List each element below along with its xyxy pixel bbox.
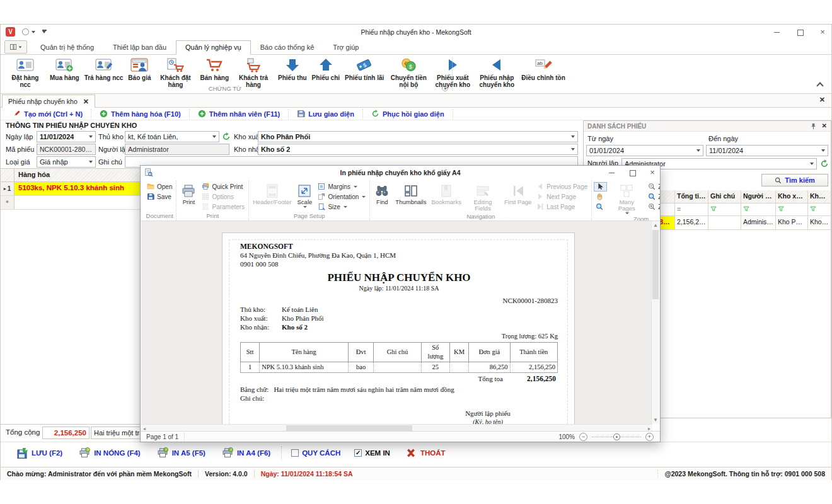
- editing-fields-button[interactable]: Editing Fields: [465, 182, 501, 213]
- ma-phieu-field[interactable]: NCK00001-280823: [37, 144, 96, 155]
- next-page-button[interactable]: Next Page: [534, 192, 589, 202]
- column-header-kho-xuat[interactable]: Kho xuất: [776, 190, 808, 203]
- first-page-button[interactable]: First Page: [502, 182, 533, 207]
- close-button[interactable]: ×: [819, 28, 826, 36]
- column-header-ghi-chu[interactable]: Ghi chú: [708, 190, 741, 203]
- pin-icon[interactable]: [810, 123, 817, 130]
- tab-thiet-lap-ban-dau[interactable]: Thiết lập ban đầu: [103, 40, 176, 55]
- zoom-in-button[interactable]: Zoom In: [646, 202, 660, 212]
- thumbnails-button[interactable]: Thumbnails: [393, 182, 428, 207]
- magnifier-tool-button[interactable]: [594, 202, 607, 212]
- qat-customize-icon[interactable]: [42, 31, 46, 33]
- ribbon-item-ban-hang[interactable]: Bán hàng: [197, 56, 231, 82]
- header-footer-button[interactable]: Header/Footer: [251, 182, 293, 207]
- scale-button[interactable]: Scale: [294, 182, 315, 209]
- tab-tro-giup[interactable]: Trợ giúp: [323, 40, 368, 55]
- cell-kho-nhan[interactable]: Kho số 2: [808, 216, 831, 229]
- pointer-tool-button[interactable]: [594, 182, 607, 192]
- quick-print-button[interactable]: Quick Print: [200, 182, 246, 192]
- ribbon-item-dat-hang-ncc[interactable]: Đặt hàng ncc: [3, 56, 47, 89]
- ribbon-item-tra-hang-ncc[interactable]: Trả hàng ncc: [82, 56, 126, 82]
- kho-nhan-field[interactable]: Kho số 2: [258, 144, 578, 155]
- add-employee-button[interactable]: Thêm nhân viên (F11): [190, 109, 289, 119]
- ribbon-collapse-icon[interactable]: [816, 82, 823, 89]
- size-button[interactable]: Size: [316, 202, 367, 212]
- exit-button[interactable]: THOÁT: [397, 445, 454, 461]
- ribbon-item-bao-gia[interactable]: Báo giá: [125, 56, 153, 82]
- ribbon-item-mua-hang[interactable]: Mua hàng: [47, 56, 82, 82]
- ribbon-item-khach-tra-hang[interactable]: Khách trả hàng: [231, 56, 275, 89]
- ribbon-item-phieu-tinh-lai[interactable]: $Phiếu tính lãi: [342, 56, 386, 82]
- ribbon-item-chuyen-tien-noi-bo[interactable]: €$Chuyển tiền nội bộ: [386, 56, 430, 89]
- filter-icon[interactable]: [810, 206, 816, 212]
- column-header-tong-tien[interactable]: Tổng tiền: [675, 190, 708, 203]
- print-hot-button[interactable]: ?IN NÓNG (F4): [71, 445, 148, 461]
- den-ngay-field[interactable]: 11/01/2024: [706, 145, 828, 156]
- previous-page-button[interactable]: Previous Page: [534, 182, 589, 192]
- app-menu-button[interactable]: [4, 40, 27, 54]
- create-new-button[interactable]: Tạo mới (Ctrl + N): [4, 109, 91, 119]
- kho-xuat-field[interactable]: Kho Phân Phối: [258, 131, 578, 142]
- tu-ngay-field[interactable]: 01/01/2024: [586, 145, 703, 156]
- search-button[interactable]: Tìm kiếm: [761, 174, 828, 186]
- loai-gia-field[interactable]: Giá nhập: [37, 156, 96, 168]
- bookmarks-button[interactable]: Bookmarks: [429, 182, 463, 207]
- cell-ghi-chu[interactable]: [708, 216, 741, 229]
- save-layout-button[interactable]: Lưu giao diện: [289, 109, 363, 119]
- add-goods-button[interactable]: Thêm hàng hóa (F10): [91, 109, 190, 119]
- print-a5-button[interactable]: ?IN A5 (F5): [149, 445, 214, 461]
- orientation-button[interactable]: Orientation: [316, 192, 367, 202]
- refresh-icon[interactable]: [222, 132, 231, 141]
- preview-vertical-scrollbar[interactable]: ▲ ▼: [651, 221, 659, 424]
- tab-quan-tri-he-thong[interactable]: Quản trị hệ thống: [31, 40, 103, 55]
- qat-dropdown-icon[interactable]: [32, 31, 35, 33]
- print-a4-button[interactable]: ?IN A4 (F6): [214, 445, 279, 461]
- quy-cach-checkbox[interactable]: QUY CÁCH: [284, 449, 347, 457]
- preview-surface[interactable]: MEKONGSOFT 64 Nguyễn Đình Chiểu, Phường …: [141, 221, 652, 424]
- find-button[interactable]: Find: [372, 182, 392, 207]
- ngay-lap-field[interactable]: 11/01/2024: [37, 131, 96, 142]
- zoom-out-button[interactable]: −: [579, 433, 587, 441]
- zoom-slider[interactable]: [592, 437, 641, 437]
- refresh-icon[interactable]: [820, 159, 829, 168]
- options-button[interactable]: Options: [200, 192, 246, 202]
- filter-equals[interactable]: =: [675, 203, 708, 215]
- ribbon-item-khach-dat-hang[interactable]: Khách đặt hàng: [153, 56, 197, 89]
- ribbon-item-phieu-xuat-chuyen-kho[interactable]: Phiếu xuất chuyển kho: [430, 56, 475, 89]
- zoom-out-button[interactable]: Zoom Out: [646, 182, 660, 192]
- nguoi-lap-field[interactable]: Administrator: [125, 144, 229, 155]
- tab-bao-cao-thong-ke[interactable]: Báo cáo thống kê: [251, 40, 324, 55]
- hand-tool-button[interactable]: [594, 192, 607, 202]
- ribbon-item-phieu-chi[interactable]: Phiếu chi: [309, 56, 342, 82]
- maximize-button[interactable]: [796, 28, 804, 36]
- filter-icon[interactable]: [778, 206, 784, 212]
- print-button[interactable]: Print: [178, 182, 199, 207]
- save-button[interactable]: LƯU (F2): [8, 445, 71, 461]
- many-pages-button[interactable]: Many Pages: [608, 182, 645, 215]
- dialog-minimize-button[interactable]: [608, 169, 616, 176]
- tab-quan-ly-nghiep-vu[interactable]: Quản lý nghiệp vụ: [176, 40, 251, 55]
- filter-icon[interactable]: [710, 206, 717, 212]
- dialog-maximize-button[interactable]: [628, 169, 636, 176]
- qat-circle-icon[interactable]: [22, 28, 29, 35]
- open-button[interactable]: Open: [145, 182, 174, 192]
- minimize-button[interactable]: [773, 28, 781, 36]
- zoom-button[interactable]: Zoom: [646, 192, 660, 202]
- dialog-close-button[interactable]: ×: [649, 169, 656, 176]
- xem-in-checkbox[interactable]: ✓XEM IN: [347, 449, 397, 457]
- thu-kho-field[interactable]: kt, Kế toán Liên,: [125, 131, 219, 142]
- save-button[interactable]: Save: [145, 192, 174, 202]
- ribbon-item-dieu-chinh-ton[interactable]: abĐiều chỉnh tồn: [519, 56, 567, 82]
- panel-close-icon[interactable]: ✕: [822, 123, 827, 129]
- parameters-button[interactable]: Parameters: [200, 202, 246, 212]
- cell-tong-tien[interactable]: 2,156,250: [675, 216, 708, 229]
- restore-layout-button[interactable]: Phục hồi giao diện: [363, 109, 453, 119]
- ribbon-item-phieu-thu[interactable]: Phiếu thu: [275, 56, 309, 82]
- margins-button[interactable]: Margins: [316, 182, 367, 192]
- tabstrip-close-icon[interactable]: ✕: [819, 96, 825, 103]
- cell-nguoi-lap[interactable]: Administrator: [741, 216, 776, 229]
- doc-tab-close-icon[interactable]: ✕: [83, 98, 89, 105]
- doc-tab-phieu-nhap-chuyen-kho[interactable]: Phiếu nhập chuyển kho ✕: [2, 94, 95, 108]
- column-header-nguoi-lap[interactable]: Người lập: [741, 190, 776, 203]
- column-header-kho-nhan[interactable]: Kho nhận: [808, 190, 831, 203]
